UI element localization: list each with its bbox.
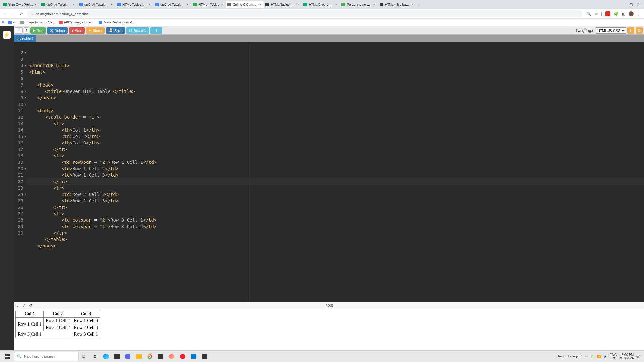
code-line[interactable]	[26, 75, 644, 82]
code-line[interactable]: </tr>	[26, 230, 644, 236]
back-icon[interactable]: ←	[2, 11, 8, 16]
browser-tab[interactable]: upGrad Tutorials - Googl×	[39, 1, 77, 8]
code-line[interactable]: <th>Col 2</th>	[26, 133, 644, 140]
download-button[interactable]: ⬇	[150, 27, 162, 34]
gutter-line[interactable]: 13	[15, 120, 23, 127]
gutter-line[interactable]: 17	[15, 146, 23, 153]
expand-output-icon[interactable]: ⤢	[23, 303, 26, 308]
debug-button[interactable]: ⦿Debug	[47, 27, 67, 34]
code-line[interactable]: <td colspan = "2">Row 3 Cell 1</td>	[26, 217, 644, 223]
beautify-button[interactable]: { }Beautify	[126, 27, 149, 34]
app-logo-icon[interactable]: ⚡	[3, 31, 11, 39]
new-file-button[interactable]: 📄	[15, 27, 23, 34]
code-line[interactable]: <td rowspan = "2">Row 1 Cell 1</td>	[26, 159, 644, 165]
gutter-line[interactable]: 21	[15, 172, 23, 178]
browser-tab[interactable]: Yarn Owls Projects - Goog×	[1, 1, 39, 8]
tab-close-icon[interactable]: ×	[410, 3, 414, 6]
code-line[interactable]: <tr>	[26, 153, 644, 159]
minimize-icon[interactable]: —	[621, 2, 625, 7]
code-line[interactable]: </tr>	[26, 146, 644, 153]
gutter-line[interactable]: 29	[15, 223, 23, 230]
save-button[interactable]: 💾Save	[106, 27, 125, 34]
file-tab-indexhtml[interactable]: index.html	[14, 35, 36, 42]
code-line[interactable]: <!DOCTYPE html>	[26, 62, 644, 69]
code-line[interactable]: <th>Col 1</th>	[26, 127, 644, 133]
code-line[interactable]: <th>Col 3</th>	[26, 140, 644, 146]
bookmark-item[interactable]: G	[2, 21, 5, 24]
gutter-line[interactable]: 15▾	[15, 133, 23, 140]
tab-close-icon[interactable]: ×	[334, 3, 338, 6]
help-button[interactable]: ℹ	[627, 27, 634, 34]
run-button[interactable]: ▶Run	[30, 27, 46, 34]
bookmark-star-icon[interactable]: ☆	[594, 12, 598, 16]
gutter-line[interactable]: 3	[15, 56, 23, 62]
code-editor[interactable]: 12▾34▾5678▾9▾10▾1112131415▾1617181920▾21…	[14, 42, 644, 302]
gutter-line[interactable]: 28	[15, 217, 23, 223]
extension-icon[interactable]	[605, 11, 610, 16]
tab-close-icon[interactable]: ×	[372, 3, 376, 6]
code-line[interactable]: <td>Row 2 Cell 2</td>	[26, 191, 644, 198]
extensions-icon[interactable]: 🧩	[614, 12, 619, 16]
code-line[interactable]: <html>	[26, 69, 644, 75]
code-line[interactable]: <td>Row 1 Cell 3</td>	[26, 172, 644, 178]
gutter-line[interactable]: 25	[15, 198, 23, 204]
code-line[interactable]: <tr>	[26, 210, 644, 217]
gutter-line[interactable]: 27	[15, 210, 23, 217]
bookmark-item[interactable]: Meta Description: R...	[99, 21, 135, 24]
gutter-line[interactable]: 6	[15, 75, 23, 82]
gutter-line[interactable]: 12	[15, 114, 23, 120]
gutter-line[interactable]: 16	[15, 140, 23, 146]
code-line[interactable]: <td>Row 1 Cell 2</td>	[26, 165, 644, 172]
tab-close-icon[interactable]: ×	[296, 3, 300, 6]
browser-tab[interactable]: upGrad Tutorial_HTML Ta×	[153, 1, 191, 8]
gutter-line[interactable]: 11	[15, 107, 23, 114]
browser-tab[interactable]: HTML Tables – Table Tuto×	[264, 1, 302, 8]
site-info-icon[interactable]: ⊶	[30, 12, 34, 15]
code-line[interactable]: <tr>	[26, 120, 644, 127]
gutter-line[interactable]: 23	[15, 185, 23, 191]
gutter-line[interactable]: 5	[15, 69, 23, 75]
gutter-line[interactable]: 8▾	[15, 88, 23, 95]
gutter-line[interactable]: 4▾	[15, 62, 23, 69]
gutter-line[interactable]: 10▾	[15, 101, 23, 107]
code-line[interactable]: <td>Row 2 Cell 3</td>	[26, 198, 644, 204]
code-area[interactable]: <!DOCTYPE html><html> <head> <title>Unev…	[26, 42, 644, 302]
tab-close-icon[interactable]: ×	[220, 3, 224, 6]
gutter-line[interactable]: 2▾	[15, 50, 23, 56]
side-panel-icon[interactable]: ◧	[622, 12, 625, 16]
tab-close-icon[interactable]: ×	[148, 3, 151, 6]
close-icon[interactable]: ✕	[638, 2, 641, 7]
browser-tab[interactable]: Online C Compiler - onlin×	[226, 1, 264, 8]
code-line[interactable]: <td colspan = "1">Row 3 Cell 2</td>	[26, 223, 644, 230]
new-tab-button[interactable]: +	[416, 2, 422, 7]
browser-tab[interactable]: HTML Expert Advice×	[302, 1, 340, 8]
browser-tab[interactable]: upGrad Tutorials: The Ult×	[77, 1, 115, 8]
language-select[interactable]: HTML,JS,CSS	[596, 27, 626, 34]
maximize-icon[interactable]: ▢	[630, 2, 633, 7]
zoom-icon[interactable]: 🔍	[586, 12, 591, 16]
profile-icon[interactable]	[629, 11, 634, 16]
code-line[interactable]	[26, 101, 644, 107]
gutter-line[interactable]: 20▾	[15, 165, 23, 172]
gutter-line[interactable]: 26	[15, 204, 23, 210]
url-input[interactable]: ⊶ onlinegdb.com/online_c_compiler	[27, 10, 582, 17]
stop-button[interactable]: ■Stop	[69, 27, 85, 34]
gutter-line[interactable]: 14	[15, 127, 23, 133]
code-line[interactable]: <head>	[26, 82, 644, 88]
upload-button[interactable]: ⤴	[24, 27, 29, 34]
code-line[interactable]: </head>	[26, 95, 644, 101]
gutter-line[interactable]: 22	[15, 178, 23, 185]
bookmark-item[interactable]: en	[8, 21, 16, 24]
gutter-line[interactable]: 24▾	[15, 191, 23, 198]
browser-tab[interactable]: Paraphrasing Tool - Quill×	[340, 1, 378, 8]
code-line[interactable]: </tr>	[26, 204, 644, 210]
tab-close-icon[interactable]: ×	[72, 3, 75, 6]
browser-tab[interactable]: HTML Tables - Google Do×	[115, 1, 153, 8]
code-line[interactable]: <tr>	[26, 185, 644, 191]
reload-icon[interactable]: ⟳	[19, 11, 24, 16]
menu-icon[interactable]: ⋮	[637, 12, 641, 16]
tab-close-icon[interactable]: ×	[258, 3, 262, 6]
browser-tab[interactable]: HTML table basics - Lear×	[378, 1, 416, 8]
gutter-line[interactable]: 1	[15, 43, 23, 50]
code-line[interactable]: </body>	[26, 243, 644, 249]
